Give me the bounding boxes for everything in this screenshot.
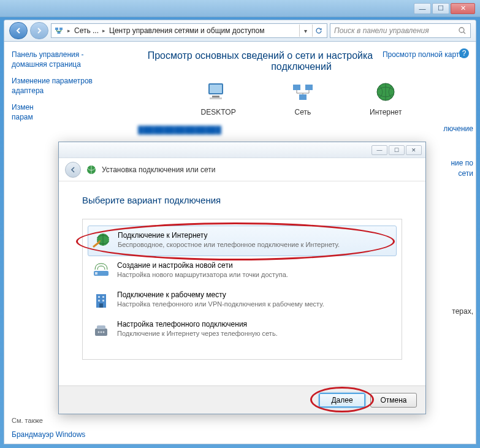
- svg-rect-23: [98, 300, 100, 302]
- globe-icon: [371, 81, 400, 105]
- wizard-titlebar: — ☐ ✕: [59, 142, 425, 158]
- option-description: Настройка телефонного или VPN-подключени…: [117, 300, 324, 308]
- network-node-network: Сеть: [288, 81, 318, 116]
- option-title: Подключение к рабочему месту: [117, 290, 324, 299]
- nav-back-button[interactable]: [9, 22, 28, 39]
- option-description: Подключение к Интернету через телефонную…: [117, 330, 278, 337]
- option-description: Беспроводное, скоростное или телефонное …: [118, 241, 340, 248]
- wizard-icon: [86, 164, 97, 175]
- phone-modem-icon: [91, 320, 111, 340]
- option-title: Создание и настройка новой сети: [117, 261, 288, 270]
- globe-arrow-icon: [92, 231, 112, 251]
- chevron-right-icon: ▸: [67, 28, 70, 34]
- svg-rect-24: [102, 300, 104, 302]
- partial-text: лючение: [443, 124, 473, 134]
- svg-rect-9: [212, 96, 219, 97]
- svg-point-30: [103, 332, 105, 333]
- partial-text: ние по сети: [451, 158, 473, 179]
- arrow-left-icon: [69, 166, 77, 173]
- cancel-button[interactable]: Отмена: [370, 393, 417, 408]
- svg-rect-12: [305, 85, 313, 90]
- svg-point-29: [101, 332, 102, 333]
- network-node-label: Интернет: [370, 108, 402, 116]
- dropdown-button[interactable]: ▾: [299, 25, 311, 37]
- sidebar-link-frag: парам: [12, 113, 33, 121]
- svg-point-3: [459, 28, 464, 32]
- close-button[interactable]: ✕: [451, 3, 475, 14]
- svg-point-28: [98, 332, 100, 333]
- svg-rect-25: [99, 303, 103, 308]
- address-bar[interactable]: ▸ Сеть ... ▸ Центр управления сетями и о…: [51, 23, 327, 38]
- router-icon: [91, 261, 111, 281]
- network-node-label: DESKTOP: [201, 108, 236, 116]
- connection-options-list: Подключение к Интернету Беспроводное, ск…: [82, 219, 402, 360]
- arrow-right-icon: [35, 26, 44, 35]
- arrow-left-icon: [14, 26, 23, 35]
- breadcrumb-network[interactable]: Сеть ...: [74, 26, 99, 35]
- connection-wizard-dialog: — ☐ ✕ Установка подключения или сети Выб…: [58, 142, 426, 414]
- svg-rect-19: [95, 272, 97, 275]
- svg-rect-0: [55, 28, 58, 30]
- wizard-heading: Выберите вариант подключения: [82, 195, 402, 205]
- svg-rect-27: [97, 325, 105, 329]
- search-icon: [458, 26, 467, 35]
- option-description: Настройка нового маршрутизатора или точк…: [117, 271, 288, 278]
- wizard-title: Установка подключения или сети: [102, 165, 215, 174]
- partial-frag: ние по: [451, 159, 473, 167]
- help-icon[interactable]: ?: [459, 48, 470, 59]
- network-node-desktop: DESKTOP: [201, 81, 236, 116]
- wizard-close-button[interactable]: ✕: [406, 145, 422, 155]
- network-map: DESKTOP Сеть Интернет: [138, 81, 465, 116]
- wizard-footer: Далее Отмена: [59, 385, 425, 414]
- sidebar-link-sharing[interactable]: Измен парам: [12, 103, 120, 122]
- svg-rect-13: [299, 94, 307, 100]
- see-also-header: См. также: [12, 417, 120, 424]
- view-full-map-link[interactable]: Просмотр полной карты: [383, 50, 465, 59]
- sidebar-link-adapter[interactable]: Изменение параметров адаптера: [12, 77, 120, 96]
- svg-rect-21: [98, 296, 100, 298]
- svg-text:?: ?: [462, 49, 467, 58]
- option-internet-connection[interactable]: Подключение к Интернету Беспроводное, ск…: [88, 226, 397, 256]
- svg-rect-8: [210, 85, 222, 93]
- maximize-button[interactable]: ☐: [432, 3, 449, 14]
- search-input[interactable]: Поиск в панели управления: [330, 23, 471, 38]
- next-button[interactable]: Далее: [319, 393, 365, 408]
- svg-rect-11: [293, 85, 300, 90]
- desktop-icon: [204, 81, 233, 105]
- svg-line-4: [463, 32, 465, 34]
- svg-rect-10: [210, 97, 222, 99]
- sidebar-link-home[interactable]: Панель управления - домашняя страница: [12, 50, 120, 69]
- network-node-label: Сеть: [295, 108, 311, 116]
- network-icon: [54, 26, 64, 36]
- refresh-icon: [315, 27, 322, 34]
- svg-rect-22: [102, 296, 104, 298]
- wizard-body: Выберите вариант подключения Подключение…: [59, 181, 425, 373]
- content-frame: Панель управления - домашняя страница Из…: [4, 42, 476, 444]
- minimize-button[interactable]: —: [414, 3, 431, 14]
- option-title: Настройка телефонного подключения: [117, 320, 278, 328]
- wizard-header: Установка подключения или сети: [59, 158, 425, 181]
- parent-window-titlebar: — ☐ ✕: [0, 0, 480, 17]
- option-dialup-connection[interactable]: Настройка телефонного подключения Подклю…: [88, 315, 397, 344]
- search-placeholder: Поиск в панели управления: [334, 26, 429, 35]
- option-new-network[interactable]: Создание и настройка новой сети Настройк…: [88, 256, 397, 286]
- svg-rect-2: [58, 31, 61, 34]
- network-hub-icon: [288, 81, 318, 105]
- wizard-minimize-button[interactable]: —: [371, 145, 387, 155]
- building-icon: [91, 290, 111, 310]
- option-title: Подключение к Интернету: [118, 231, 340, 240]
- option-workplace-connection[interactable]: Подключение к рабочему месту Настройка т…: [88, 286, 397, 315]
- blurred-text: ████████████████: [138, 126, 221, 134]
- breadcrumb-network-center[interactable]: Центр управления сетями и общим доступом: [109, 26, 265, 35]
- explorer-toolbar: ▸ Сеть ... ▸ Центр управления сетями и о…: [4, 20, 476, 42]
- partial-frag: сети: [459, 169, 473, 178]
- refresh-button[interactable]: [312, 25, 324, 37]
- chevron-right-icon: ▸: [102, 28, 105, 34]
- sidebar-link-frag: Измен: [12, 103, 34, 112]
- wizard-maximize-button[interactable]: ☐: [389, 145, 405, 155]
- network-node-internet: Интернет: [370, 81, 402, 116]
- nav-forward-button[interactable]: [30, 22, 48, 39]
- wizard-back-button[interactable]: [65, 162, 81, 178]
- sidebar-link-firewall[interactable]: Брандмауэр Windows: [12, 430, 120, 440]
- svg-rect-1: [59, 28, 63, 30]
